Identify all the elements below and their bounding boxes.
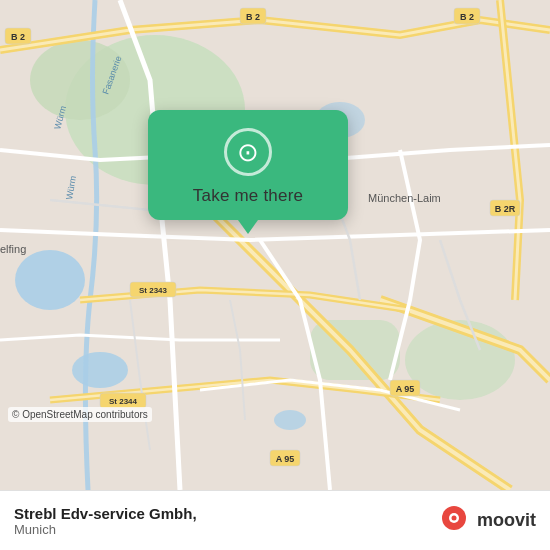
svg-text:B 2: B 2: [11, 32, 25, 42]
place-name: Strebl Edv-service Gmbh,: [14, 505, 197, 522]
popup-card: ⊙ Take me there: [148, 110, 348, 220]
svg-text:B 2: B 2: [246, 12, 260, 22]
location-icon-circle: ⊙: [224, 128, 272, 176]
map-container: B 2 B 2 B 2 B 2R A 95 A 95 St 2343 St 23…: [0, 0, 550, 490]
osm-attribution: © OpenStreetMap contributors: [8, 407, 152, 422]
moovit-logo[interactable]: moovit: [437, 504, 536, 538]
svg-text:St 2343: St 2343: [139, 286, 168, 295]
svg-point-32: [451, 515, 456, 520]
svg-point-8: [274, 410, 306, 430]
svg-point-7: [72, 352, 128, 388]
location-pin-icon: ⊙: [237, 139, 259, 165]
svg-point-5: [15, 250, 85, 310]
svg-text:München-Laim: München-Laim: [368, 192, 441, 204]
moovit-icon: [437, 504, 471, 538]
place-city: Munich: [14, 522, 197, 537]
moovit-text: moovit: [477, 510, 536, 531]
bottom-bar: Strebl Edv-service Gmbh, Munich moovit: [0, 490, 550, 550]
svg-text:A 95: A 95: [276, 454, 295, 464]
place-info: Strebl Edv-service Gmbh, Munich: [14, 505, 197, 537]
svg-text:B 2: B 2: [460, 12, 474, 22]
svg-text:A 95: A 95: [396, 384, 415, 394]
svg-text:B 2R: B 2R: [495, 204, 516, 214]
svg-text:St 2344: St 2344: [109, 397, 138, 406]
svg-text:elfing: elfing: [0, 243, 26, 255]
take-me-there-button[interactable]: Take me there: [193, 186, 303, 206]
